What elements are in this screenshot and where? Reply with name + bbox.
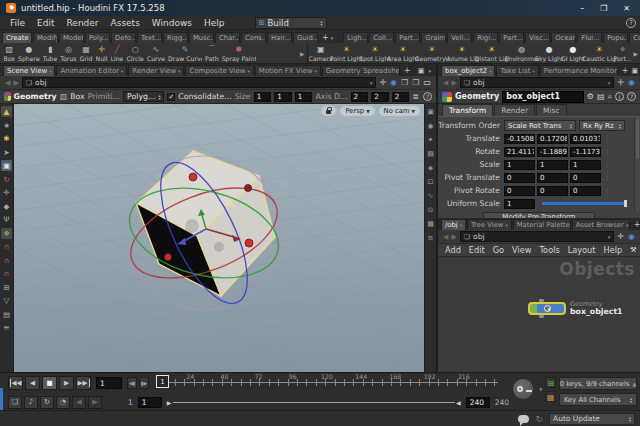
pane-tab[interactable]: box_object2 ▾ bbox=[441, 65, 495, 76]
scene-viewport[interactable]: Persp▼ No cam▼ bbox=[14, 104, 424, 372]
shelf-tool[interactable]: ◍ Environment Light bbox=[507, 45, 537, 62]
camera-menu[interactable]: No cam▼ bbox=[379, 106, 420, 116]
menu-item[interactable]: Help bbox=[198, 18, 231, 28]
shelf-tool[interactable]: ○ Circle bbox=[125, 45, 145, 62]
shelf-tab[interactable]: Rigi... bbox=[473, 32, 498, 43]
param-z-field[interactable]: 1 bbox=[570, 160, 601, 170]
tab-menu-icon[interactable]: ▾ bbox=[314, 69, 316, 74]
pane-split-icon[interactable]: ▣ bbox=[631, 67, 638, 75]
shelf-tool[interactable]: ☀ Spot Light bbox=[361, 45, 389, 62]
keys-status-button[interactable]: 0 keys, 9/9 channels▲ bbox=[559, 377, 637, 390]
set-key-button[interactable] bbox=[512, 378, 534, 400]
network-editor-canvas[interactable]: Objects Geometry box_object1 bbox=[438, 257, 640, 372]
range-end-field[interactable]: 240 bbox=[466, 397, 490, 408]
primitive-type-select[interactable]: Polyg... ▴▾ bbox=[123, 91, 164, 102]
handles-icon[interactable]: ❖ bbox=[1, 228, 12, 239]
playback-range-slider[interactable]: ▶◀ bbox=[167, 396, 461, 408]
snap-grid-icon[interactable]: ⊞ bbox=[1, 282, 12, 293]
viewport-canvas[interactable] bbox=[14, 104, 424, 372]
shelf-tool[interactable]: ✱ Spray Paint bbox=[220, 45, 257, 62]
pin-pane-icon[interactable]: ✛ bbox=[617, 232, 624, 241]
shelf-tool[interactable]: ✛ Null bbox=[94, 45, 109, 62]
param-x-field[interactable]: -0.150843 bbox=[504, 134, 535, 144]
shelf-tool[interactable]: ╱ Line bbox=[109, 45, 125, 62]
add-pane-tab-button[interactable]: + bbox=[631, 220, 640, 230]
shelf-tool[interactable]: ⌒ Path bbox=[204, 45, 221, 62]
pane-tab[interactable]: Render View ▾ bbox=[128, 65, 184, 76]
layout-cube-icon[interactable]: ❒ bbox=[401, 78, 408, 87]
play-button[interactable]: ▶ bbox=[59, 376, 74, 390]
shelf-tool[interactable]: ☀ Volume Light bbox=[447, 45, 477, 62]
tab-menu-icon[interactable]: ▾ bbox=[626, 223, 628, 228]
size-y-field[interactable]: 1 bbox=[274, 92, 292, 102]
pane-expand-handle[interactable] bbox=[0, 388, 3, 412]
param-z-field[interactable]: -1.1173 bbox=[570, 147, 601, 157]
minimize-button[interactable]: – bbox=[580, 4, 584, 13]
path-dropdown-icon[interactable]: ▾ bbox=[608, 234, 611, 240]
shelf-tab[interactable]: Flui... bbox=[577, 32, 602, 43]
tab-menu-icon[interactable]: ▾ bbox=[489, 69, 491, 74]
go-to-start-button[interactable]: ◀◀ bbox=[8, 376, 23, 390]
desktop-selector[interactable]: ⊞ Build ▴▾ bbox=[255, 17, 327, 29]
close-button[interactable]: ✕ bbox=[623, 4, 630, 13]
shelf-tab[interactable]: Model bbox=[59, 32, 84, 43]
prev-key-button[interactable]: ◀ bbox=[72, 396, 86, 409]
character-pane-icon[interactable]: ❒ bbox=[412, 78, 419, 87]
pin-pane-icon[interactable]: ✛ bbox=[379, 78, 386, 87]
selection-filter-icon[interactable]: ▽ bbox=[1, 295, 12, 306]
maximize-button[interactable]: ❐ bbox=[600, 4, 607, 13]
state-help-icon[interactable]: ? bbox=[423, 92, 432, 101]
ladder-handle-icon[interactable]: ⋮ bbox=[603, 135, 611, 142]
ladder-handle-icon[interactable]: ⋮ bbox=[603, 148, 611, 155]
view-memory-icon[interactable]: ▤ bbox=[426, 150, 435, 159]
projection-menu[interactable]: Persp▼ bbox=[340, 106, 374, 116]
param-z-field[interactable]: 0 bbox=[570, 173, 601, 183]
play-reverse-button[interactable]: ◀ bbox=[25, 376, 40, 390]
divisions-z-field[interactable]: 2 bbox=[392, 92, 410, 102]
shelf-tab[interactable]: Coll... bbox=[369, 32, 394, 43]
shelf-tab[interactable]: Hair... bbox=[267, 32, 292, 43]
shelf-tab[interactable]: Rigg... bbox=[163, 32, 188, 43]
menu-item[interactable]: File bbox=[4, 18, 31, 28]
shelf-tab[interactable]: Poly... bbox=[85, 32, 110, 43]
prev-frame-button[interactable]: ◀▮ bbox=[127, 377, 137, 389]
node-chip[interactable] bbox=[528, 302, 566, 315]
pane-menu-icon[interactable]: ▾ bbox=[428, 68, 431, 74]
shelf-tool[interactable]: ▧ Box bbox=[2, 45, 17, 62]
shelf-tool[interactable]: ☀ Area Light bbox=[389, 45, 417, 62]
path-dropdown-icon[interactable]: ▾ bbox=[608, 80, 611, 86]
render-view-icon[interactable]: ◈ bbox=[426, 164, 435, 173]
param-y-field[interactable]: 0.172088 bbox=[537, 134, 568, 144]
next-frame-button[interactable]: ▮▶ bbox=[139, 377, 149, 389]
param-y-field[interactable]: 0 bbox=[537, 186, 568, 196]
gear-icon[interactable]: ⚙ bbox=[587, 92, 594, 101]
consolidate-checkbox[interactable]: ✓ bbox=[167, 93, 175, 101]
network-menu-item[interactable]: Help bbox=[604, 245, 623, 255]
presets-icon[interactable]: ▤ bbox=[597, 92, 605, 101]
display-options-icon[interactable]: ≡ bbox=[426, 234, 435, 243]
stop-button[interactable]: ■ bbox=[42, 376, 57, 390]
pane-tab[interactable]: Composite View ▾ bbox=[185, 65, 253, 76]
path-dropdown-icon[interactable]: ▾ bbox=[370, 80, 373, 86]
range-start-field[interactable]: 1 bbox=[138, 397, 162, 408]
ladder-handle-icon[interactable]: ⋮ bbox=[603, 174, 611, 181]
shelf-tool[interactable]: ● Sphere bbox=[17, 45, 42, 62]
measure-icon[interactable]: ∿ bbox=[426, 192, 435, 201]
param-x-field[interactable]: 21.4117 bbox=[504, 147, 535, 157]
node-name-field[interactable]: box_object1 bbox=[502, 91, 584, 103]
network-menu-item[interactable]: Edit bbox=[469, 245, 485, 255]
pane-tab[interactable]: Performance Monitor ▾ bbox=[540, 65, 618, 76]
shelf-tool[interactable]: ▦ Grid bbox=[78, 45, 94, 62]
folder-tab[interactable]: Transform bbox=[442, 104, 493, 116]
param-z-field[interactable]: 0 bbox=[570, 186, 601, 196]
path-field[interactable]: ❏ obj ▾ bbox=[460, 231, 615, 242]
snapshot-icon[interactable]: ✦ bbox=[426, 136, 435, 145]
back-icon[interactable]: ◀ bbox=[443, 79, 448, 87]
shelf-tool[interactable]: ● Sky Light bbox=[537, 45, 562, 62]
add-pane-tab-button[interactable]: + bbox=[401, 66, 414, 76]
clipping-icon[interactable]: ⊡ bbox=[426, 178, 435, 187]
forward-icon[interactable]: ▶ bbox=[451, 79, 456, 87]
shelf-tab[interactable]: Visc... bbox=[525, 32, 550, 43]
shelf-tab[interactable]: Guid... bbox=[293, 32, 318, 43]
auto-update-select[interactable]: Auto Update ▴▾ bbox=[549, 413, 635, 425]
